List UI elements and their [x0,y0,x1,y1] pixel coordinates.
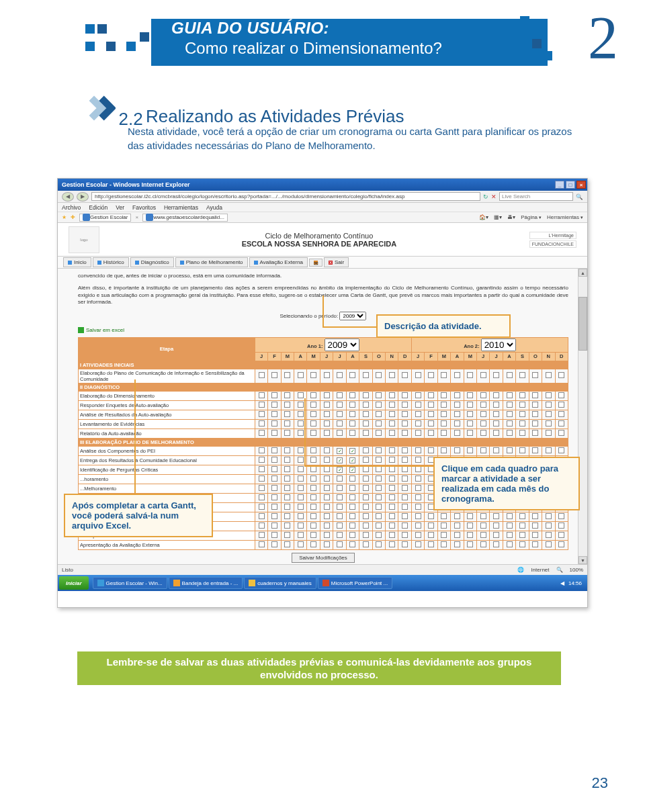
gantt-checkbox[interactable] [441,420,447,426]
gantt-checkbox[interactable] [389,476,395,482]
gantt-checkbox[interactable] [415,392,421,398]
browser-tab[interactable]: Gestion Escolar [79,214,131,222]
gantt-checkbox[interactable] [298,402,304,408]
gantt-checkbox[interactable] [271,430,277,436]
gantt-checkbox[interactable] [389,494,395,500]
gantt-checkbox[interactable] [428,523,434,529]
gantt-checkbox[interactable] [271,513,277,519]
gantt-checkbox[interactable] [493,420,499,426]
gantt-checkbox[interactable] [415,541,421,547]
gantt-checkbox[interactable] [402,513,408,519]
gantt-checkbox[interactable] [402,504,408,510]
gantt-checkbox[interactable] [532,513,538,519]
gantt-checkbox[interactable] [507,541,513,547]
gantt-checkbox[interactable] [349,430,355,436]
gantt-checkbox[interactable] [271,466,277,472]
gantt-checkbox[interactable] [324,372,330,378]
gantt-checkbox[interactable] [546,420,552,426]
gantt-checkbox[interactable] [546,447,552,453]
gantt-checkbox[interactable] [480,523,486,529]
gantt-checkbox[interactable] [363,420,369,426]
gantt-checkbox[interactable] [402,523,408,529]
gantt-checkbox[interactable] [310,430,316,436]
gantt-checkbox[interactable] [349,448,355,454]
gantt-checkbox[interactable] [363,457,369,463]
gantt-checkbox[interactable] [376,532,382,538]
gantt-checkbox[interactable] [428,513,434,519]
gantt-checkbox[interactable] [310,523,316,529]
app-tab[interactable]: XSair [324,257,349,267]
gantt-checkbox[interactable] [298,447,304,453]
gantt-checkbox[interactable] [493,541,499,547]
gantt-checkbox[interactable] [284,447,290,453]
gantt-checkbox[interactable] [467,541,473,547]
gantt-checkbox[interactable] [363,541,369,547]
gantt-checkbox[interactable] [480,392,486,398]
gantt-checkbox[interactable] [441,402,447,408]
gantt-checkbox[interactable] [376,513,382,519]
gantt-checkbox[interactable] [310,532,316,538]
period-select[interactable]: 2009 [339,312,366,320]
gantt-checkbox[interactable] [337,372,343,378]
gantt-checkbox[interactable] [519,430,525,436]
gantt-checkbox[interactable] [298,494,304,500]
gantt-checkbox[interactable] [284,420,290,426]
gantt-checkbox[interactable] [259,476,265,482]
gantt-checkbox[interactable] [467,513,473,519]
home-icon[interactable]: 🏠▾ [479,214,488,220]
gantt-checkbox[interactable] [519,420,525,426]
gantt-checkbox[interactable] [337,430,343,436]
gantt-checkbox[interactable] [298,457,304,463]
browser-menu-item[interactable]: Ver [116,204,124,211]
gantt-checkbox[interactable] [363,494,369,500]
gantt-checkbox[interactable] [363,476,369,482]
gantt-checkbox[interactable] [376,392,382,398]
gantt-checkbox[interactable] [310,513,316,519]
gantt-checkbox[interactable] [558,541,564,547]
gantt-checkbox[interactable] [428,402,434,408]
gantt-checkbox[interactable] [415,504,421,510]
gantt-checkbox[interactable] [349,392,355,398]
gantt-checkbox[interactable] [558,513,564,519]
gantt-checkbox[interactable] [324,420,330,426]
gantt-checkbox[interactable] [415,372,421,378]
gantt-checkbox[interactable] [284,457,290,463]
gantt-checkbox[interactable] [558,392,564,398]
zoom-icon[interactable]: 🔍 [556,567,563,573]
gantt-checkbox[interactable] [441,372,447,378]
gantt-checkbox[interactable] [454,372,460,378]
print-icon[interactable]: 🖶▾ [507,214,515,220]
gantt-checkbox[interactable] [389,392,395,398]
gantt-checkbox[interactable] [415,485,421,491]
gantt-checkbox[interactable] [480,430,486,436]
gantt-checkbox[interactable] [546,430,552,436]
gantt-checkbox[interactable] [389,532,395,538]
gantt-checkbox[interactable] [337,532,343,538]
gantt-checkbox[interactable] [389,372,395,378]
gantt-checkbox[interactable] [441,411,447,417]
start-button[interactable]: Iniciar [59,576,89,590]
app-tab[interactable]: ✉ [309,259,322,267]
gantt-checkbox[interactable] [480,402,486,408]
gantt-checkbox[interactable] [389,523,395,529]
gantt-checkbox[interactable] [532,447,538,453]
gantt-checkbox[interactable] [402,532,408,538]
page-menu[interactable]: Página [521,214,542,220]
year1-select[interactable]: 2009 [325,339,359,351]
scroll-down-icon[interactable]: ▼ [578,556,587,564]
gantt-checkbox[interactable] [415,411,421,417]
gantt-checkbox[interactable] [389,402,395,408]
gantt-checkbox[interactable] [441,532,447,538]
gantt-checkbox[interactable] [310,504,316,510]
gantt-checkbox[interactable] [363,392,369,398]
gantt-checkbox[interactable] [441,430,447,436]
gantt-checkbox[interactable] [467,392,473,398]
gantt-checkbox[interactable] [324,523,330,529]
gantt-checkbox[interactable] [324,532,330,538]
gantt-checkbox[interactable] [493,402,499,408]
gantt-checkbox[interactable] [284,372,290,378]
gantt-checkbox[interactable] [389,485,395,491]
gantt-checkbox[interactable] [363,485,369,491]
gantt-checkbox[interactable] [310,392,316,398]
gantt-checkbox[interactable] [480,411,486,417]
